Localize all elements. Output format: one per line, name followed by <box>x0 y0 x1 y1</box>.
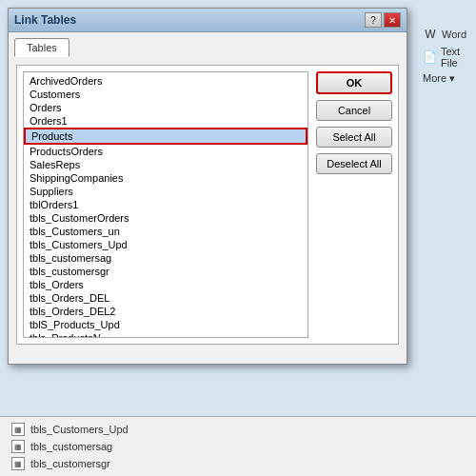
table-icon-3: ▦ <box>11 457 25 470</box>
ribbon-more[interactable]: More ▾ <box>423 72 472 85</box>
title-bar: Link Tables ? ✕ <box>9 9 407 32</box>
table-icon-1: ▦ <box>11 423 25 436</box>
table-list-item[interactable]: tbls_Customers_Upd <box>24 238 307 251</box>
bottom-table-name-3: tbls_customersgr <box>30 458 110 469</box>
bottom-row-2[interactable]: ▦ tbls_customersag <box>8 438 468 455</box>
table-list-item[interactable]: tbls_CustomerOrders <box>24 211 307 225</box>
table-list-item[interactable]: tbls_customersag <box>24 251 307 265</box>
table-list-item[interactable]: tbls_ProductsN <box>24 331 307 338</box>
table-list-item[interactable]: tbls_Orders_DEL <box>24 291 307 305</box>
table-list-item[interactable]: ArchivedOrders <box>24 74 307 88</box>
table-icon-2: ▦ <box>11 440 25 453</box>
ribbon-word-label: Word <box>442 29 466 40</box>
table-list-item[interactable]: SalesReps <box>24 158 307 171</box>
dialog-content: ArchivedOrdersCustomersOrdersOrders1Prod… <box>9 57 407 352</box>
help-button[interactable]: ? <box>365 12 382 28</box>
table-list-item[interactable]: tbls_Orders_DEL2 <box>24 305 307 318</box>
tab-area: Tables <box>9 32 407 57</box>
close-button[interactable]: ✕ <box>384 12 401 28</box>
table-list-item[interactable]: Orders <box>24 101 307 114</box>
dialog-buttons: OK Cancel Select All Deselect All <box>316 71 392 338</box>
link-tables-dialog: Link Tables ? ✕ Tables ArchivedOrdersCus… <box>8 8 407 365</box>
table-list-item[interactable]: Customers <box>24 88 307 101</box>
word-icon: W <box>423 27 438 42</box>
table-list-item[interactable]: ProductsOrders <box>24 145 307 158</box>
table-list-item[interactable]: tbls_customersgr <box>24 265 307 278</box>
table-list-item[interactable]: ShippingCompanies <box>24 171 307 185</box>
table-list-item[interactable]: tblS_Products_Upd <box>24 318 307 331</box>
text-file-icon: 📄 <box>423 50 437 65</box>
ribbon-word[interactable]: W Word <box>423 27 472 42</box>
cancel-button[interactable]: Cancel <box>316 100 392 121</box>
table-list-item[interactable]: Products <box>24 128 307 145</box>
table-list-item[interactable]: tblOrders1 <box>24 198 307 211</box>
table-list-item[interactable]: Suppliers <box>24 185 307 198</box>
ok-button[interactable]: OK <box>316 71 392 94</box>
title-controls: ? ✕ <box>365 12 401 28</box>
tab-tables[interactable]: Tables <box>14 38 69 57</box>
ribbon-text-label: Text File <box>441 46 472 69</box>
bottom-row-1[interactable]: ▦ tbls_Customers_Upd <box>8 421 468 438</box>
ribbon-hint: W Word 📄 Text File More ▾ <box>419 19 476 92</box>
tables-list[interactable]: ArchivedOrdersCustomersOrdersOrders1Prod… <box>23 71 308 338</box>
ribbon-more-label: More ▾ <box>423 72 455 85</box>
select-all-button[interactable]: Select All <box>316 127 392 148</box>
table-list-item[interactable]: Orders1 <box>24 114 307 128</box>
bottom-table-name-1: tbls_Customers_Upd <box>30 424 129 435</box>
table-list-item[interactable]: tbls_Customers_un <box>24 225 307 238</box>
dialog-footer <box>9 352 407 364</box>
bottom-row-3[interactable]: ▦ tbls_customersgr <box>8 455 468 472</box>
bottom-bar: ▦ tbls_Customers_Upd ▦ tbls_customersag … <box>0 416 476 476</box>
table-list-item[interactable]: tbls_Orders <box>24 278 307 291</box>
dialog-inner: ArchivedOrdersCustomersOrdersOrders1Prod… <box>16 65 399 345</box>
ribbon-text-file[interactable]: 📄 Text File <box>423 46 472 69</box>
bottom-table-name-2: tbls_customersag <box>30 441 112 452</box>
dialog-title: Link Tables <box>14 13 76 27</box>
deselect-all-button[interactable]: Deselect All <box>316 153 392 174</box>
